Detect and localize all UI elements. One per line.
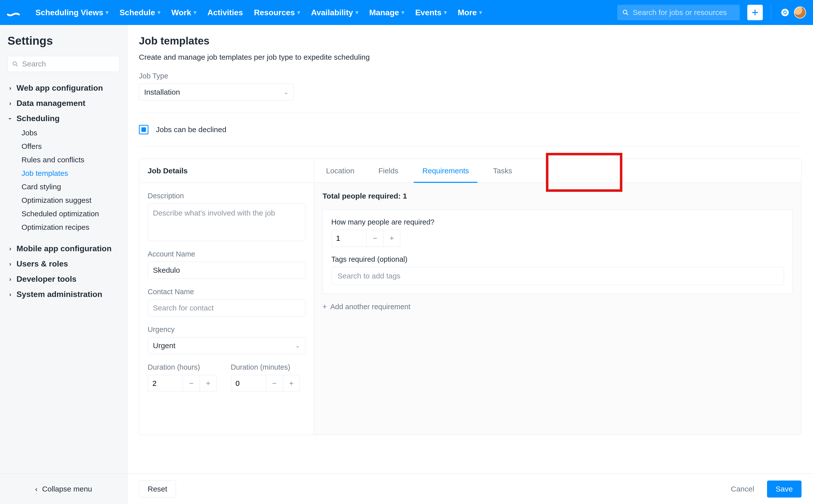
nav-events[interactable]: Events▾ — [411, 5, 451, 20]
stepper-plus-button[interactable] — [383, 230, 400, 247]
nav-activities[interactable]: Activities — [203, 5, 247, 20]
sidebar-item-offers[interactable]: Offers — [21, 140, 120, 153]
reset-button[interactable]: Reset — [139, 481, 176, 498]
sidebar-group-system-admin[interactable]: ›System administration — [7, 287, 120, 302]
job-type-value: Installation — [144, 88, 180, 96]
collapse-menu[interactable]: ‹ Collapse menu — [0, 474, 127, 504]
minus-icon — [372, 236, 378, 241]
tags-search[interactable] — [331, 267, 784, 285]
tab-tasks[interactable]: Tasks — [481, 159, 524, 183]
tabs-card: Job Details Location Fields Requirements… — [139, 159, 802, 435]
avatar[interactable] — [794, 6, 806, 18]
nav-schedule[interactable]: Schedule▾ — [115, 5, 165, 20]
duration-minutes-input[interactable] — [231, 375, 266, 392]
duration-minutes-stepper — [231, 375, 305, 392]
nav-label: Scheduling Views — [35, 8, 103, 17]
add-requirement-link[interactable]: + Add another requirement — [322, 303, 793, 311]
search-icon — [12, 61, 18, 67]
nav-label: Resources — [254, 8, 295, 17]
global-search-input[interactable] — [632, 8, 735, 17]
search-icon — [622, 9, 629, 16]
sidebar-search-input[interactable] — [22, 59, 115, 68]
job-type-select[interactable]: Installation ⌄ — [139, 84, 294, 101]
page-title: Job templates — [139, 35, 802, 47]
chevron-down-icon: › — [7, 116, 14, 121]
sidebar-group-scheduling[interactable]: ›Scheduling — [7, 111, 120, 126]
cancel-button[interactable]: Cancel — [722, 481, 763, 498]
collapse-menu-label: Collapse menu — [42, 485, 92, 493]
chevron-right-icon: › — [7, 276, 13, 283]
divider — [139, 146, 802, 147]
sidebar-group-label: Scheduling — [16, 114, 59, 123]
sync-icon[interactable] — [779, 6, 791, 18]
jobs-declined-checkbox[interactable] — [139, 125, 148, 134]
sidebar-item-optimization-suggest[interactable]: Optimization suggest — [21, 194, 120, 207]
tab-job-details[interactable]: Job Details — [139, 159, 314, 183]
urgency-select[interactable]: Urgent ⌄ — [148, 337, 305, 354]
people-required-input[interactable] — [331, 230, 366, 247]
minus-icon — [189, 381, 194, 386]
stepper-plus-button[interactable] — [200, 375, 217, 392]
chevron-down-icon: ▾ — [479, 9, 482, 16]
nav-more[interactable]: More▾ — [453, 5, 487, 20]
nav-scheduling-views[interactable]: Scheduling Views▾ — [31, 5, 113, 20]
sidebar-group-label: Data management — [16, 99, 85, 108]
job-type-label: Job Type — [139, 72, 294, 80]
jobs-declined-label: Jobs can be declined — [156, 125, 226, 134]
sidebar-group-users-roles[interactable]: ›Users & roles — [7, 256, 120, 271]
sidebar-item-scheduled-optimization[interactable]: Scheduled optimization — [21, 207, 120, 221]
sidebar-item-jobs[interactable]: Jobs — [21, 126, 120, 140]
sidebar-item-card-styling[interactable]: Card styling — [21, 180, 120, 194]
add-requirement-label: Add another requirement — [330, 303, 411, 311]
tab-row: Job Details Location Fields Requirements… — [139, 159, 801, 183]
sidebar-group-data-management[interactable]: ›Data management — [7, 96, 120, 111]
nav-work[interactable]: Work▾ — [167, 5, 201, 20]
chevron-down-icon: ▾ — [444, 9, 447, 16]
sidebar-item-rules[interactable]: Rules and conflicts — [21, 153, 120, 167]
sidebar-group-label: Web app configuration — [16, 83, 103, 93]
sidebar-item-optimization-recipes[interactable]: Optimization recipes — [21, 221, 120, 234]
tab-fields[interactable]: Fields — [366, 159, 410, 183]
sidebar-group-developer-tools[interactable]: ›Developer tools — [7, 271, 120, 287]
nav-manage[interactable]: Manage▾ — [365, 5, 409, 20]
save-button[interactable]: Save — [767, 481, 802, 498]
tab-requirements[interactable]: Requirements — [410, 159, 481, 183]
stepper-minus-button[interactable] — [266, 375, 283, 392]
chevron-right-icon: › — [7, 85, 13, 92]
duration-hours-stepper — [148, 375, 222, 392]
nav-resources[interactable]: Resources▾ — [249, 5, 304, 20]
chevron-down-icon: ⌄ — [283, 89, 288, 96]
add-button[interactable] — [747, 5, 763, 20]
page-subtitle: Create and manage job templates per job … — [139, 53, 802, 61]
description-input[interactable] — [148, 204, 305, 241]
global-search[interactable] — [617, 5, 740, 20]
top-nav: Scheduling Views▾ Schedule▾ Work▾ Activi… — [0, 0, 813, 25]
account-input[interactable] — [148, 262, 305, 279]
tab-location[interactable]: Location — [314, 159, 366, 183]
svg-point-2 — [781, 9, 789, 16]
nav-label: Schedule — [119, 8, 155, 17]
sidebar-group-label: Mobile app configuration — [16, 244, 111, 253]
stepper-minus-button[interactable] — [366, 230, 383, 247]
sidebar-item-job-templates[interactable]: Job templates — [21, 167, 120, 180]
chevron-down-icon: ▾ — [401, 9, 404, 16]
sidebar-group-label: Developer tools — [16, 274, 76, 284]
people-required-label: How many people are required? — [331, 218, 784, 226]
plus-icon — [205, 381, 211, 386]
svg-line-4 — [16, 65, 17, 66]
sidebar-group-web-app[interactable]: ›Web app configuration — [7, 80, 120, 96]
chevron-down-icon: ▾ — [297, 9, 300, 16]
stepper-minus-button[interactable] — [183, 375, 200, 392]
account-label: Account Name — [148, 250, 305, 258]
nav-label: Availability — [311, 8, 353, 17]
logo[interactable] — [7, 8, 21, 17]
contact-input[interactable] — [148, 299, 305, 316]
svg-line-1 — [626, 13, 628, 15]
tags-search-input[interactable] — [337, 271, 778, 280]
sidebar-group-mobile-app[interactable]: ›Mobile app configuration — [7, 241, 120, 256]
nav-availability[interactable]: Availability▾ — [306, 5, 363, 20]
chevron-down-icon: ▾ — [194, 9, 196, 16]
sidebar-search[interactable] — [7, 56, 120, 72]
stepper-plus-button[interactable] — [283, 375, 300, 392]
duration-hours-input[interactable] — [148, 375, 183, 392]
